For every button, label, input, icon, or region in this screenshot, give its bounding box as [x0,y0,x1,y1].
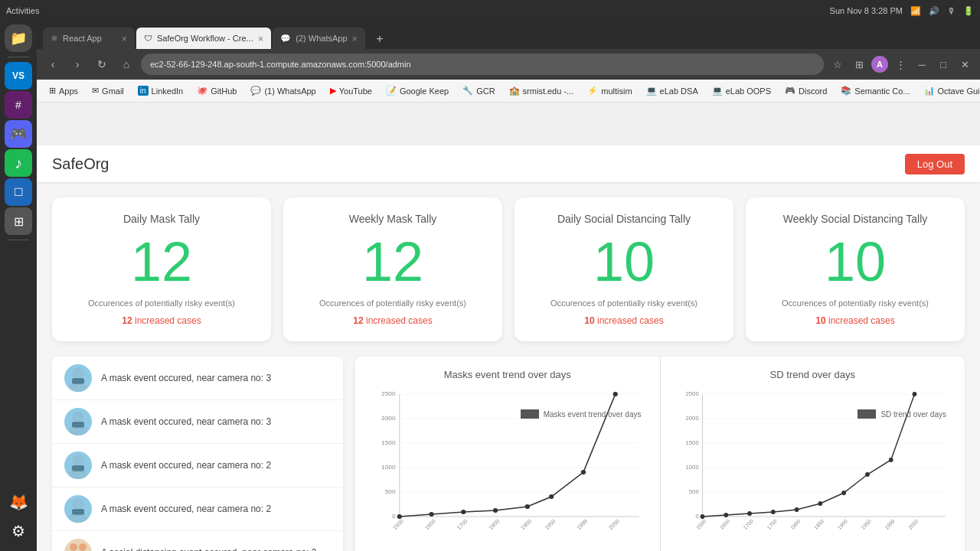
logout-button[interactable]: Log Out [905,154,965,174]
mask-chart-legend: Masks event trend over days [521,409,642,419]
bookmark-discord[interactable]: 🎮 Discord [779,84,833,97]
card-subtitle-weekly-mask: Occurences of potentially risky event(s) [319,298,466,308]
reload-button[interactable]: ↻ [92,54,112,74]
bookmark-gmail[interactable]: ✉ Gmail [86,84,130,97]
tab-close-whatsapp[interactable]: × [352,34,358,44]
maximize-button[interactable]: □ [934,55,952,73]
svg-point-5 [72,411,84,423]
mask-legend-label: Masks event trend over days [544,410,642,419]
sidebar-icon-apps[interactable]: ⊞ [5,207,32,235]
bookmark-favicon-gcr: 🔧 [462,86,473,96]
bookmark-semantic[interactable]: 📚 Semantic Co... [835,84,916,97]
card-title-weekly-sd: Weekly Social Distancing Tally [783,213,928,225]
minimize-button[interactable]: ─ [913,55,931,73]
extensions-icon[interactable]: ⊞ [850,55,868,73]
cases-number-weekly-sd: 10 [815,315,825,326]
card-cases-weekly-sd: 10 increased cases [815,315,894,326]
svg-point-15 [72,498,84,510]
card-subtitle-daily-sd: Occurences of potentially risky event(s) [550,298,697,308]
svg-text:1700: 1700 [742,518,754,530]
svg-text:1850: 1850 [812,518,825,530]
profile-icon[interactable]: A [871,56,888,73]
event-item: A social distancing event occured, near … [52,531,343,551]
os-time: Sun Nov 8 3:28 PM [830,6,903,15]
sidebar-icon-virtualbox[interactable]: ☐ [5,178,32,206]
sidebar-icon-firefox[interactable]: 🦊 [5,488,32,516]
app-header: SafeOrg Log Out [37,145,980,182]
back-button[interactable]: ‹ [43,54,63,74]
bookmark-youtube[interactable]: ▶ YouTube [324,84,378,97]
sidebar-icon-discord[interactable]: 🎮 [5,120,32,148]
svg-text:500: 500 [688,488,698,495]
activities-label[interactable]: Activities [6,6,39,15]
event-text: A social distancing event occured, near … [101,547,317,551]
bookmark-linkedin[interactable]: in LinkedIn [132,84,189,97]
sidebar-icon-vscode[interactable]: VS [5,62,32,90]
bookmark-gcr[interactable]: 🔧 GCR [456,84,501,97]
bookmark-github[interactable]: 🐙 GitHub [191,84,243,97]
sidebar-icon-slack[interactable]: # [5,91,32,119]
app-container: SafeOrg Log Out Daily Mask Tally 12 Occu… [37,145,980,551]
svg-text:1000: 1000 [685,464,699,471]
bookmark-octave[interactable]: 📊 Octave Guide [918,84,981,97]
network-icon: 📶 [910,6,921,16]
new-tab-button[interactable]: + [370,29,389,49]
card-subtitle-weekly-sd: Occurences of potentially risky event(s) [782,298,929,308]
card-weekly-mask: Weekly Mask Tally 12 Occurences of poten… [283,197,502,341]
toolbar-icons: ☆ ⊞ A ⋮ ─ □ ✕ [828,55,974,73]
cases-number-weekly-mask: 12 [353,315,363,326]
svg-text:0: 0 [392,513,396,520]
bookmark-keep[interactable]: 📝 Google Keep [380,84,455,97]
tab-whatsapp[interactable]: 💬 (2) WhatsApp × [273,28,365,49]
card-cases-weekly-mask: 12 increased cases [353,315,432,326]
svg-text:2500: 2500 [381,390,396,397]
bookmark-favicon-discord: 🎮 [785,86,795,96]
svg-point-68 [613,392,618,396]
bookmark-multisim[interactable]: ⚡ multisim [581,84,638,97]
sidebar-icon-spotify[interactable]: ♪ [5,149,32,177]
svg-point-96 [794,507,799,512]
svg-text:1750: 1750 [766,518,778,530]
bookmark-whatsapp[interactable]: 💬 (1) WhatsApp [244,84,322,97]
card-title-daily-sd: Daily Social Distancing Tally [557,213,691,225]
tab-react-app[interactable]: ⚛ React App × [43,28,135,49]
bookmark-label-elab-dsa: eLab DSA [660,86,698,96]
svg-text:1900: 1900 [520,518,533,531]
card-daily-sd: Daily Social Distancing Tally 10 Occuren… [514,197,733,341]
address-input[interactable] [141,54,824,75]
card-number-daily-sd: 10 [593,234,655,289]
event-avatar [64,452,92,479]
close-button[interactable]: ✕ [956,55,974,73]
bookmark-label-elab-oops: eLab OOPS [726,86,771,96]
svg-text:1500: 1500 [685,439,699,446]
bottom-section: A mask event occured, near camera no: 3 … [37,349,980,551]
tab-close-react[interactable]: × [121,34,127,44]
bookmark-label-youtube: YouTube [339,86,372,96]
tab-safeorg[interactable]: 🛡 SafeOrg Workflow - Cre... × [136,28,271,49]
bookmark-favicon-multisim: ⚡ [587,86,598,96]
event-list[interactable]: A mask event occured, near camera no: 3 … [52,357,343,551]
mask-legend-box [521,409,539,419]
bookmark-elab-dsa[interactable]: 💻 eLab DSA [640,84,704,97]
svg-point-67 [581,470,586,474]
tab-close-safeorg[interactable]: × [258,34,264,44]
menu-icon[interactable]: ⋮ [891,55,910,73]
mask-chart: Masks event trend over days Masks event … [355,357,661,551]
bookmark-apps[interactable]: ⊞ Apps [43,84,84,97]
bookmark-label-linkedin: LinkedIn [152,86,184,96]
event-text: A mask event occured, near camera no: 3 [101,416,271,427]
forward-button[interactable]: › [67,54,87,74]
event-item: A mask event occured, near camera no: 2 [52,487,343,531]
event-text: A mask event occured, near camera no: 2 [101,460,271,471]
home-button[interactable]: ⌂ [116,54,136,74]
sidebar-icon-settings[interactable]: ⚙ [5,517,32,545]
bookmark-favicon-octave: 📊 [924,86,935,96]
bookmark-elab-oops[interactable]: 💻 eLab OOPS [706,84,777,97]
bookmark-label-semantic: Semantic Co... [854,86,910,96]
bookmark-srmist[interactable]: 🏫 srmist.edu -... [503,84,580,97]
event-item: A mask event occured, near camera no: 2 [52,444,343,487]
sd-chart: SD trend over days SD trend over days [661,357,965,551]
bookmark-label-keep: Google Keep [400,86,449,96]
sidebar-icon-files[interactable]: 📁 [5,24,32,52]
bookmark-star-icon[interactable]: ☆ [828,55,847,73]
